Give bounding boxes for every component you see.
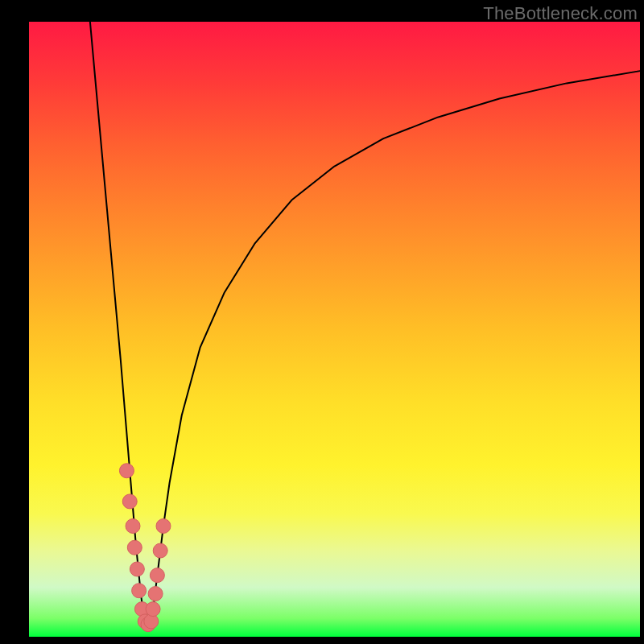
marker-dot [130, 562, 144, 576]
marker-dot [132, 584, 147, 598]
highlighted-points [119, 464, 171, 632]
marker-dot [122, 494, 137, 509]
marker-dot [127, 540, 142, 555]
marker-dot [153, 543, 167, 558]
marker-dot [150, 568, 164, 583]
marker-dot [148, 587, 163, 601]
marker-dot [146, 602, 160, 617]
curve-left-branch [90, 22, 145, 625]
bottleneck-curve-plot [29, 22, 640, 637]
marker-dot [126, 518, 140, 533]
marker-dot [156, 518, 171, 533]
marker-dot [119, 464, 134, 478]
curve-right-branch [151, 71, 640, 625]
